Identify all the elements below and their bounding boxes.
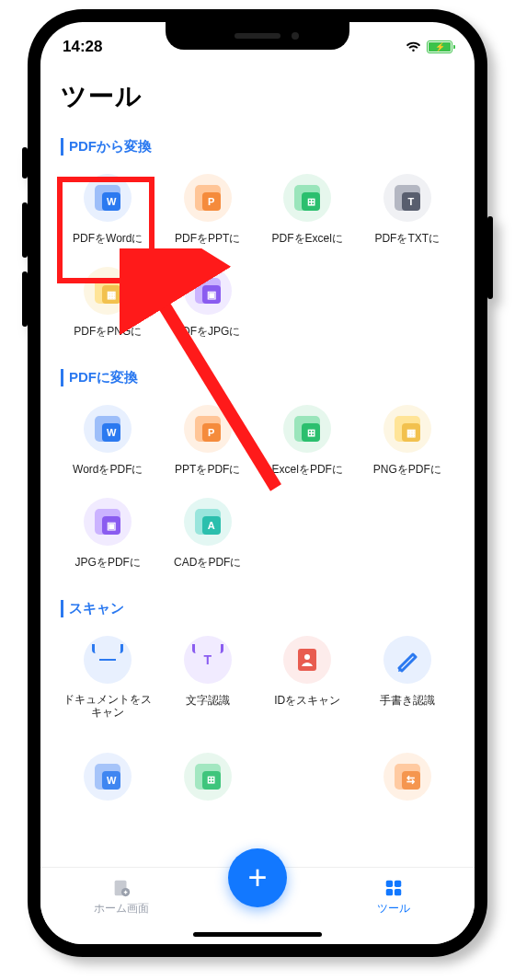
tool-label: 文字認識 (186, 693, 230, 709)
svg-rect-7 (395, 889, 401, 895)
tool-[interactable]: ⇆ (360, 747, 455, 806)
home-indicator (193, 932, 322, 937)
nav-home-label: ホーム画面 (94, 901, 149, 917)
section-title: PDFから変換 (61, 138, 454, 156)
tool-icon (84, 636, 132, 684)
annotation-highlight (57, 177, 154, 283)
home-icon (110, 877, 132, 899)
svg-rect-4 (386, 881, 393, 887)
nav-tools-label: ツール (377, 901, 410, 917)
side-button (22, 147, 28, 179)
section-title: スキャン (61, 600, 454, 617)
tool-PDFをPPTに[interactable]: PPDFをPPTに (161, 168, 256, 252)
side-button (487, 216, 493, 299)
tool-label: ドキュメントをスキャン (61, 693, 155, 720)
side-button (22, 202, 28, 258)
tool-icon: ⇆ (383, 753, 431, 801)
tool-PDFをExcelに[interactable]: ⊞PDFをExcelに (260, 168, 355, 252)
wifi-icon (406, 41, 421, 52)
side-button (22, 271, 28, 327)
nav-tools[interactable]: ツール (338, 877, 449, 917)
svg-line-8 (152, 285, 276, 488)
tools-icon (383, 877, 405, 899)
tool-label: PNGをPDFに (373, 462, 441, 478)
bottom-nav: ホーム画面 ツール + (40, 867, 475, 944)
tool-icon: W (84, 753, 132, 801)
tool-[interactable]: ⊞ (161, 747, 256, 806)
tool-[interactable]: W (61, 747, 155, 806)
tool-icon: ⊞ (184, 753, 232, 801)
tool-label: PDFをTXTに (374, 231, 440, 247)
tool-PNGをPDFに[interactable]: ▦PNGをPDFに (360, 399, 455, 483)
tool-label: PDFをExcelに (272, 231, 343, 247)
tool-label: 手書き認識 (380, 693, 435, 709)
tool-label: PDFをPPTに (175, 231, 240, 247)
status-time: 14:28 (63, 38, 102, 56)
tool-icon: P (184, 174, 232, 222)
battery-icon: ⚡ (427, 40, 452, 53)
tool-label: IDをスキャン (274, 693, 340, 709)
svg-point-1 (304, 654, 310, 660)
tool-手書き認識[interactable]: 手書き認識 (360, 630, 455, 725)
fab-add[interactable]: + (228, 848, 287, 907)
tool-icon: T (184, 636, 232, 684)
svg-rect-6 (386, 889, 393, 895)
notch (166, 22, 349, 50)
tool-PDFをTXTに[interactable]: TPDFをTXTに (360, 168, 455, 252)
annotation-arrow (120, 248, 322, 515)
svg-rect-5 (395, 881, 401, 887)
nav-home[interactable]: ホーム画面 (66, 877, 177, 917)
tool-icon: ▦ (383, 405, 431, 453)
page-title: ツール (61, 79, 454, 114)
speaker (235, 33, 280, 39)
tool-label: CADをPDFに (174, 555, 241, 571)
tool-label: JPGをPDFに (75, 555, 141, 571)
tool-icon: T (383, 174, 431, 222)
tool-ドキュメントをスキャン[interactable]: ドキュメントをスキャン (61, 630, 155, 725)
tool-grid: ドキュメントをスキャンT文字認識IDをスキャン手書き認識 (61, 630, 454, 725)
tool-icon (283, 636, 331, 684)
tool-icon (383, 636, 431, 684)
tool-icon: ⊞ (283, 174, 331, 222)
camera-dot (292, 32, 299, 40)
tool-文字認識[interactable]: T文字認識 (161, 630, 256, 725)
tool-IDをスキャン[interactable]: IDをスキャン (260, 630, 355, 725)
